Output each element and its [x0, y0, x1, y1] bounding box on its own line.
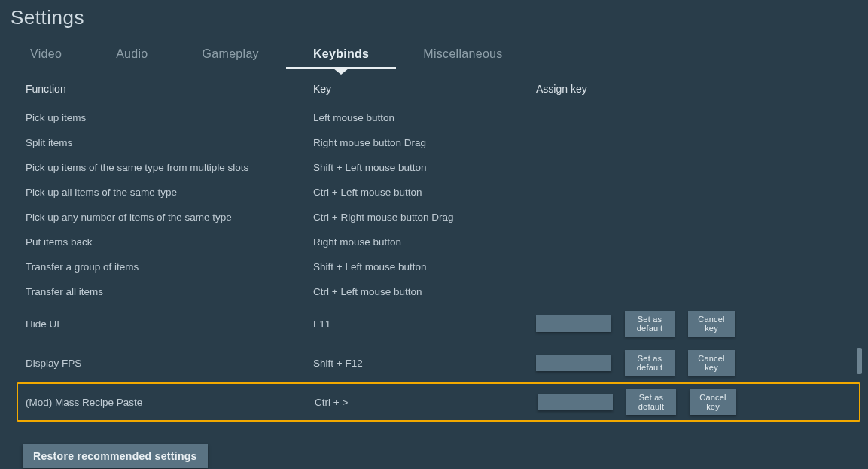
header-assign: Assign key: [536, 83, 769, 95]
assign-key-input[interactable]: [538, 394, 613, 410]
keybind-row: Transfer all itemsCtrl + Left mouse butt…: [5, 279, 863, 304]
keybind-row: Pick up all items of the same typeCtrl +…: [5, 180, 863, 205]
function-label: Pick up any number of items of the same …: [26, 212, 313, 223]
function-label: Display FPS: [26, 358, 313, 369]
function-label: Put items back: [26, 236, 313, 248]
key-label: Right mouse button Drag: [313, 137, 536, 148]
keybind-row: Put items backRight mouse button: [5, 230, 863, 254]
keybind-row: Pick up any number of items of the same …: [5, 205, 863, 230]
keybind-row: Pick up items of the same type from mult…: [5, 155, 863, 180]
header-key: Key: [313, 83, 536, 95]
function-label: Pick up items: [26, 112, 313, 123]
key-label: Ctrl + >: [315, 397, 538, 408]
assign-key-input[interactable]: [536, 355, 611, 371]
keybind-rows: Pick up itemsLeft mouse buttonSplit item…: [5, 105, 863, 422]
assign-controls: Set as defaultCancel key: [536, 350, 863, 376]
cancel-key-button[interactable]: Cancel key: [690, 389, 736, 415]
function-label: Split items: [26, 137, 313, 148]
key-label: Ctrl + Left mouse button: [313, 286, 536, 297]
keybind-row: Transfer a group of itemsShift + Left mo…: [5, 254, 863, 279]
key-label: Ctrl + Right mouse button Drag: [313, 212, 536, 223]
keybind-row: Hide UIF11Set as defaultCancel key: [5, 304, 863, 343]
key-label: Shift + F12: [313, 358, 536, 369]
assign-controls: Set as defaultCancel key: [536, 311, 863, 337]
function-label: Transfer all items: [26, 286, 313, 297]
set-default-button[interactable]: Set as default: [626, 389, 676, 415]
restore-button[interactable]: Restore recommended settings: [23, 444, 208, 468]
assign-key-input[interactable]: [536, 315, 611, 332]
tab-keybinds[interactable]: Keybinds: [286, 40, 396, 69]
key-label: Shift + Left mouse button: [313, 162, 536, 173]
keybind-row: Split itemsRight mouse button Drag: [5, 130, 863, 155]
set-default-button[interactable]: Set as default: [625, 350, 675, 376]
key-label: Right mouse button: [313, 236, 536, 248]
function-label: Pick up items of the same type from mult…: [26, 162, 313, 173]
function-label: Hide UI: [26, 318, 313, 330]
key-label: Left mouse button: [313, 112, 536, 123]
function-label: (Mod) Mass Recipe Paste: [26, 397, 315, 408]
keybind-row: (Mod) Mass Recipe PasteCtrl + >Set as de…: [17, 382, 860, 422]
tab-audio[interactable]: Audio: [89, 40, 175, 69]
assign-controls: Set as defaultCancel key: [538, 389, 859, 415]
cancel-key-button[interactable]: Cancel key: [688, 311, 735, 337]
keybind-row: Pick up itemsLeft mouse button: [5, 105, 863, 130]
cancel-key-button[interactable]: Cancel key: [688, 350, 735, 376]
function-label: Pick up all items of the same type: [26, 187, 313, 198]
footer: Restore recommended settings: [0, 431, 868, 468]
scrollbar-thumb[interactable]: [857, 348, 862, 374]
tab-video[interactable]: Video: [3, 40, 89, 69]
function-label: Transfer a group of items: [26, 261, 313, 273]
tab-gameplay[interactable]: Gameplay: [175, 40, 286, 69]
column-headers: Function Key Assign key: [5, 69, 863, 105]
tab-miscellaneous[interactable]: Miscellaneous: [396, 40, 529, 69]
key-label: Shift + Left mouse button: [313, 261, 536, 273]
key-label: F11: [313, 318, 536, 330]
key-label: Ctrl + Left mouse button: [313, 187, 536, 198]
keybind-row: Display FPSShift + F12Set as defaultCanc…: [5, 343, 863, 382]
header-function: Function: [26, 83, 313, 95]
keybinds-panel: Function Key Assign key Pick up itemsLef…: [5, 69, 863, 431]
tabs: VideoAudioGameplayKeybindsMiscellaneous: [0, 40, 868, 69]
page-title: Settings: [0, 0, 868, 40]
set-default-button[interactable]: Set as default: [625, 311, 675, 337]
